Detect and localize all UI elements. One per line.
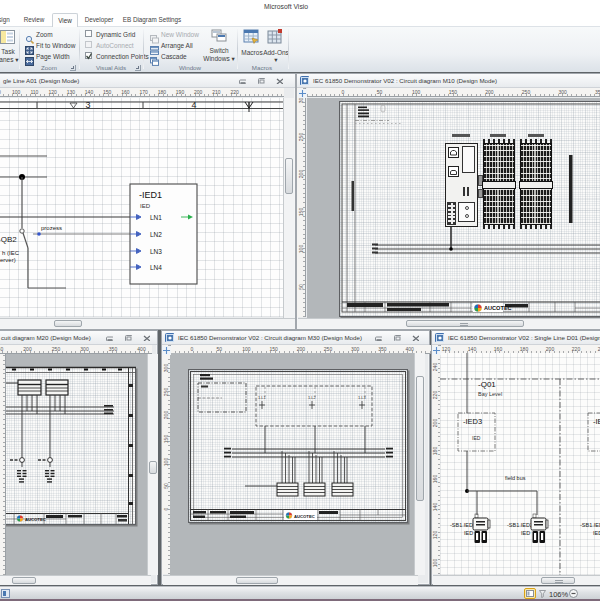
svg-text:1.L2: 1.L2: [308, 395, 317, 400]
svg-text:field bus: field bus: [505, 475, 526, 481]
svg-text:LN4: LN4: [150, 264, 162, 271]
svg-text:prozess: prozess: [41, 225, 62, 231]
svg-text:-IED3: -IED3: [463, 417, 482, 426]
svg-text:-Q01: -Q01: [478, 380, 496, 389]
svg-text:LN3: LN3: [150, 248, 162, 255]
svg-text:h (IEC: h (IEC: [2, 250, 20, 256]
svg-text:3: 3: [85, 100, 90, 110]
svg-text:1.L1: 1.L1: [258, 395, 267, 400]
svg-text:Bay Level: Bay Level: [478, 391, 502, 397]
svg-text:-SB1.IED3: -SB1.IED3: [580, 522, 600, 528]
svg-text:-QB2: -QB2: [0, 235, 17, 244]
svg-text:IED: IED: [593, 530, 600, 536]
svg-text:IED: IED: [521, 530, 530, 536]
svg-text:IED: IED: [472, 435, 481, 441]
svg-text:LN2: LN2: [150, 231, 162, 238]
svg-text:erver): erver): [0, 257, 16, 263]
svg-text:-IED: -IED: [593, 417, 600, 426]
svg-text:AUCOTEC: AUCOTEC: [484, 305, 512, 311]
svg-text:-IED1: -IED1: [139, 190, 162, 200]
svg-text:AUCOTEC: AUCOTEC: [25, 517, 46, 522]
svg-text:1.L3: 1.L3: [358, 395, 367, 400]
svg-text:4: 4: [191, 100, 196, 110]
svg-text:AUCOTEC: AUCOTEC: [294, 514, 315, 519]
svg-text:IED: IED: [140, 203, 151, 209]
svg-text:LN1: LN1: [150, 214, 162, 221]
